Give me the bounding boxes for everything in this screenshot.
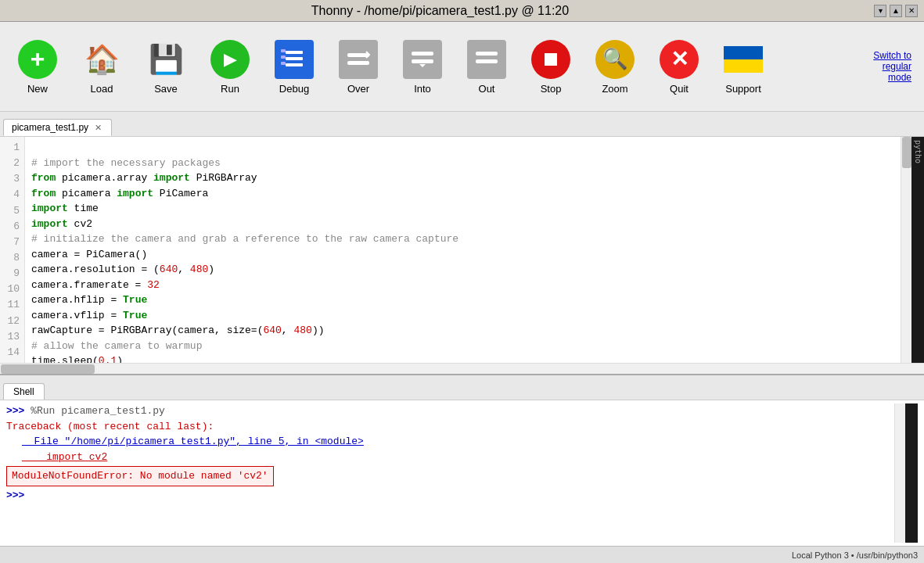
svg-rect-1 xyxy=(286,51,303,54)
stop-icon xyxy=(530,39,571,80)
over-icon-box xyxy=(339,40,378,79)
tab-picamera-test1[interactable]: picamera_test1.py ✕ xyxy=(3,119,112,136)
svg-rect-8 xyxy=(347,61,369,65)
shell-prompt-2: >>> xyxy=(6,489,24,501)
statusbar-text: Local Python 3 • /usr/bin/python3 xyxy=(792,550,918,560)
debug-icon-box xyxy=(275,40,314,79)
stop-icon-circle xyxy=(531,40,570,79)
zoom-button-label: Zoom xyxy=(602,83,627,95)
run-button[interactable]: ▶ Run xyxy=(199,27,261,106)
titlebar-controls: ▾ ▲ ✕ xyxy=(874,5,918,17)
load-button-label: Load xyxy=(91,83,113,95)
line-numbers: 1234567891011121314151617 xyxy=(0,137,25,363)
shell-traceback-text: Traceback (most recent call last): xyxy=(6,421,214,432)
zoom-button[interactable]: 🔍 Zoom xyxy=(584,27,646,106)
new-button-label: New xyxy=(27,83,48,95)
debug-button[interactable]: Debug xyxy=(263,27,325,106)
shell-file-link[interactable]: File "/home/pi/picamera_test1.py", line … xyxy=(6,436,364,447)
run-button-label: Run xyxy=(221,83,239,95)
shell-line-prompt: >>> xyxy=(6,488,894,504)
ukraine-flag-icon xyxy=(724,46,763,73)
support-icon xyxy=(723,39,764,80)
shell-content[interactable]: >>> %Run picamera_test1.py Traceback (mo… xyxy=(0,400,924,546)
shell-line-error: ModuleNotFoundError: No module named 'cv… xyxy=(6,464,894,488)
floppy-icon: 💾 xyxy=(149,43,184,76)
maximize-button[interactable]: ▲ xyxy=(890,5,902,17)
over-button-label: Over xyxy=(347,83,369,95)
svg-rect-3 xyxy=(286,63,303,66)
shell-tab-bar: Shell xyxy=(0,375,924,400)
svg-rect-2 xyxy=(286,57,303,60)
save-icon: 💾 xyxy=(146,39,186,80)
svg-rect-13 xyxy=(545,53,557,66)
close-window-button[interactable]: ✕ xyxy=(905,5,918,17)
svg-rect-6 xyxy=(281,62,286,65)
support-button-label: Support xyxy=(725,83,761,95)
scroll-thumb[interactable] xyxy=(902,137,911,168)
editor-tabs-bar: picamera_test1.py ✕ xyxy=(0,112,924,137)
toolbar: + New 🏠 Load 💾 Save ▶ Run xyxy=(0,22,924,112)
shell-code-line: import cv2 xyxy=(6,451,107,463)
shell-prompt-1: >>> xyxy=(6,405,31,417)
titlebar: Thonny - /home/pi/picamera_test1.py @ 11… xyxy=(0,0,924,22)
editor-vertical-scrollbar[interactable] xyxy=(901,137,911,363)
into-icon xyxy=(402,39,443,80)
shell-line-traceback: Traceback (most recent call last): xyxy=(6,419,894,435)
over-button[interactable]: Over xyxy=(327,27,390,106)
svg-rect-4 xyxy=(281,49,286,52)
out-icon-box xyxy=(467,40,506,79)
editor-horizontal-scrollbar[interactable] xyxy=(0,363,924,374)
titlebar-title: Thonny - /home/pi/picamera_test1.py @ 11… xyxy=(311,4,569,18)
svg-rect-9 xyxy=(412,52,433,56)
svg-rect-12 xyxy=(476,59,498,63)
code-editor[interactable]: 1234567891011121314151617 # import the n… xyxy=(0,137,901,363)
stop-button[interactable]: Stop xyxy=(520,27,582,106)
terminal-panel: pytho xyxy=(911,137,924,363)
svg-rect-5 xyxy=(281,56,286,59)
zoom-icon-circle: 🔍 xyxy=(595,40,635,79)
out-button[interactable]: Out xyxy=(455,27,518,106)
quit-button[interactable]: ✕ Quit xyxy=(648,27,710,106)
quit-icon-circle: ✕ xyxy=(660,40,699,79)
house-icon: 🏠 xyxy=(84,43,120,76)
out-icon xyxy=(466,39,507,80)
quit-button-label: Quit xyxy=(670,83,689,95)
statusbar: Local Python 3 • /usr/bin/python3 xyxy=(0,546,924,563)
save-button[interactable]: 💾 Save xyxy=(135,27,197,106)
new-icon: + xyxy=(17,39,58,80)
shell-run-cmd: %Run picamera_test1.py xyxy=(31,405,165,417)
support-button[interactable]: Support xyxy=(712,27,775,106)
shell-right-panel xyxy=(905,403,918,543)
shell-line-file: File "/home/pi/picamera_test1.py", line … xyxy=(6,434,894,450)
terminal-panel-text: pytho xyxy=(911,137,924,167)
shell-area: Shell >>> %Run picamera_test1.py Traceba… xyxy=(0,374,924,546)
zoom-icon: 🔍 xyxy=(595,39,635,80)
hscroll-thumb[interactable] xyxy=(1,364,95,374)
load-icon: 🏠 xyxy=(81,39,122,80)
shell-tab[interactable]: Shell xyxy=(3,383,45,400)
play-icon-circle: ▶ xyxy=(210,40,250,79)
debug-icon xyxy=(274,39,315,80)
shell-text: >>> %Run picamera_test1.py Traceback (mo… xyxy=(6,403,894,543)
debug-button-label: Debug xyxy=(279,83,309,95)
out-button-label: Out xyxy=(479,83,495,95)
into-button-label: Into xyxy=(414,83,431,95)
tab-close-button[interactable]: ✕ xyxy=(93,123,103,133)
load-button[interactable]: 🏠 Load xyxy=(70,27,133,106)
over-icon xyxy=(338,39,379,80)
switch-mode-link[interactable]: Switch to regular mode xyxy=(873,50,918,83)
shell-scrollbar[interactable] xyxy=(894,403,905,543)
code-lines: 1234567891011121314151617 # import the n… xyxy=(0,137,901,363)
shell-line-code: import cv2 xyxy=(6,450,894,465)
into-icon-box xyxy=(403,40,442,79)
tab-label: picamera_test1.py xyxy=(12,122,88,133)
code-content[interactable]: # import the necessary packages from pic… xyxy=(25,137,901,363)
new-button[interactable]: + New xyxy=(6,27,69,106)
minimize-button[interactable]: ▾ xyxy=(874,5,886,17)
quit-icon: ✕ xyxy=(659,39,699,80)
into-button[interactable]: Into xyxy=(391,27,454,106)
stop-button-label: Stop xyxy=(541,83,562,95)
shell-line-1: >>> %Run picamera_test1.py xyxy=(6,403,894,419)
shell-error-box: ModuleNotFoundError: No module named 'cv… xyxy=(6,466,274,486)
save-button-label: Save xyxy=(154,83,178,95)
